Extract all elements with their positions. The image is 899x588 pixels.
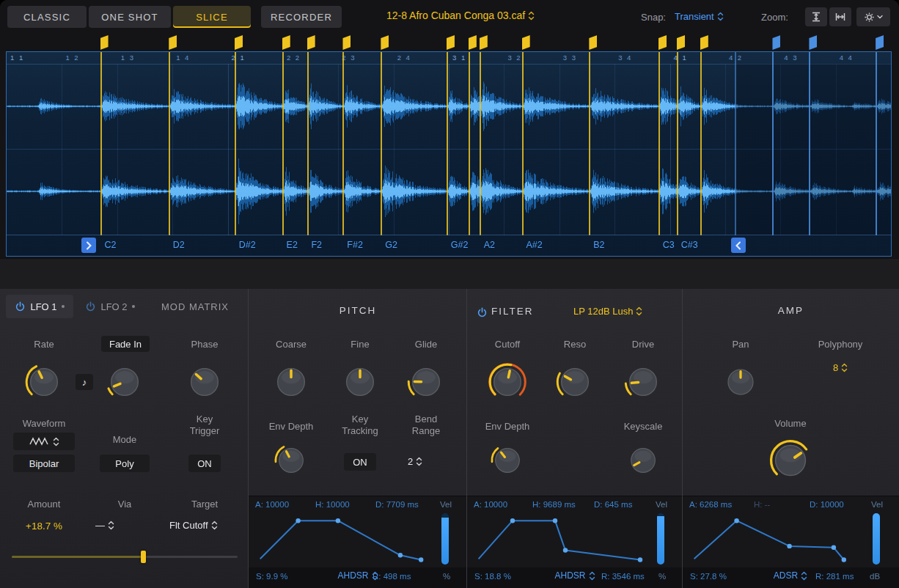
slice-marker-line[interactable] — [282, 52, 284, 235]
filter-env-hold[interactable]: H: 9689 ms — [532, 500, 576, 509]
slice-marker-flag[interactable] — [381, 35, 389, 50]
slice-marker-line[interactable] — [235, 52, 236, 235]
lfo-mode-select[interactable]: Poly — [100, 455, 150, 472]
glide-knob[interactable] — [406, 362, 446, 402]
slice-marker-line[interactable] — [307, 52, 309, 235]
tab-mod-matrix[interactable]: MOD MATRIX — [147, 295, 243, 318]
filter-type-select[interactable]: LP 12dB Lush — [573, 306, 676, 317]
slice-marker-flag[interactable] — [235, 35, 243, 50]
slice-marker-flag[interactable] — [447, 35, 455, 50]
filter-power-button[interactable] — [477, 307, 488, 318]
filter-env-decay[interactable]: D: 645 ms — [594, 500, 632, 509]
slice-marker-line[interactable] — [809, 52, 810, 235]
slice-marker-line[interactable] — [447, 52, 448, 235]
amp-env-decay[interactable]: D: 10000 — [810, 500, 844, 509]
pitch-env-hold[interactable]: H: 10000 — [315, 500, 350, 509]
bend-range-select[interactable]: 2 — [408, 456, 444, 467]
drive-knob[interactable] — [623, 362, 663, 402]
cutoff-knob[interactable] — [488, 362, 527, 402]
reso-knob[interactable] — [555, 362, 595, 402]
slice-marker-line[interactable] — [589, 52, 590, 235]
slice-marker-line[interactable] — [169, 52, 170, 235]
sample-file-menu[interactable]: 12-8 Afro Cuban Conga 03.caf — [330, 10, 591, 21]
filter-env-release[interactable]: R: 3546 ms — [601, 572, 645, 581]
amp-env-sustain[interactable]: S: 27.8 % — [690, 572, 727, 581]
selection-start-handle[interactable] — [81, 238, 96, 253]
pitch-env-sustain[interactable]: S: 9.9 % — [256, 572, 287, 581]
pitch-env-depth-knob[interactable] — [274, 443, 309, 478]
lfo-fade-mode-select[interactable]: Fade In — [101, 336, 150, 352]
lfo-key-trigger-toggle[interactable]: ON — [188, 455, 221, 472]
lfo-amount-value[interactable]: +18.7 % — [15, 521, 73, 532]
selection-end-handle[interactable] — [731, 238, 746, 253]
slice-marker-line[interactable] — [381, 52, 382, 235]
slice-marker-flag[interactable] — [100, 35, 109, 50]
slice-marker-flag[interactable] — [522, 35, 530, 50]
pitch-vel-slider[interactable] — [441, 513, 449, 565]
pitch-env-decay[interactable]: D: 7709 ms — [375, 500, 419, 509]
lfo-via-select[interactable]: — — [95, 520, 154, 531]
tab-one-shot[interactable]: ONE SHOT — [89, 6, 171, 28]
amp-env-attack[interactable]: A: 6268 ms — [689, 500, 732, 509]
pan-knob[interactable] — [722, 364, 759, 400]
slice-marker-line[interactable] — [100, 52, 102, 235]
filter-env-type-select[interactable]: AHDSR — [546, 570, 604, 581]
slice-marker-line[interactable] — [522, 52, 524, 235]
slice-marker-flag[interactable] — [307, 35, 315, 50]
lfo1-power-button[interactable] — [15, 301, 26, 312]
slice-marker-line[interactable] — [876, 52, 877, 235]
lfo-waveform-selector[interactable] — [13, 433, 75, 450]
slice-marker-flag[interactable] — [469, 35, 477, 50]
filter-env-depth-knob[interactable] — [490, 443, 525, 478]
slice-marker-flag[interactable] — [658, 35, 667, 50]
slice-marker-line[interactable] — [700, 52, 702, 235]
slice-marker-flag[interactable] — [772, 35, 780, 50]
tab-lfo2[interactable]: LFO 2 — [76, 295, 144, 318]
tab-lfo1[interactable]: LFO 1 — [6, 295, 73, 318]
fine-knob[interactable] — [340, 362, 380, 402]
lfo-fade-knob[interactable] — [105, 362, 144, 402]
filter-env-sustain[interactable]: S: 18.8 % — [474, 572, 511, 581]
lfo-amount-slider-thumb[interactable] — [141, 551, 146, 563]
slice-marker-flag[interactable] — [809, 35, 817, 50]
amp-env-hold[interactable]: H: -- — [754, 500, 770, 509]
slice-marker-flag[interactable] — [700, 35, 708, 50]
tab-classic[interactable]: CLASSIC — [7, 6, 87, 28]
amp-vel-slider[interactable] — [873, 513, 880, 565]
slice-marker-line[interactable] — [469, 52, 470, 235]
slice-marker-flag[interactable] — [589, 35, 597, 50]
lfo2-power-button[interactable] — [85, 301, 96, 312]
action-menu-button[interactable] — [856, 7, 890, 26]
selection-end-line[interactable] — [735, 52, 736, 235]
slice-marker-flag[interactable] — [342, 35, 351, 50]
coarse-knob[interactable] — [271, 362, 311, 402]
slice-marker-flag[interactable] — [282, 35, 290, 50]
zoom-vertical-button[interactable] — [805, 7, 827, 26]
slice-marker-line[interactable] — [342, 52, 344, 235]
slice-marker-line[interactable] — [772, 52, 774, 235]
pitch-env-attack[interactable]: A: 10000 — [255, 500, 289, 509]
tab-slice[interactable]: SLICE — [173, 6, 251, 28]
volume-knob[interactable] — [768, 438, 812, 482]
filter-vel-slider[interactable] — [657, 513, 664, 565]
keyscale-knob[interactable] — [625, 443, 661, 478]
snap-select[interactable]: Transient — [675, 11, 724, 22]
slice-marker-flag[interactable] — [677, 35, 685, 50]
slice-marker-line[interactable] — [658, 52, 660, 235]
lfo-rate-sync-button[interactable]: ♪ — [76, 374, 93, 390]
polyphony-select[interactable]: 8 — [826, 362, 855, 373]
lfo-rate-knob[interactable] — [24, 362, 64, 402]
zoom-horizontal-button[interactable] — [829, 7, 851, 26]
amp-envelope-graph[interactable] — [688, 513, 864, 565]
amp-env-release[interactable]: R: 281 ms — [815, 572, 854, 581]
lfo-target-select[interactable]: Flt Cutoff — [169, 520, 240, 531]
slice-marker-flag[interactable] — [480, 35, 488, 50]
lfo-polarity-select[interactable]: Bipolar — [13, 455, 75, 472]
slice-marker-line[interactable] — [677, 52, 678, 235]
pitch-env-release[interactable]: R: 498 ms — [373, 572, 411, 581]
key-tracking-toggle[interactable]: ON — [344, 453, 376, 471]
amp-env-type-select[interactable]: ADSR — [761, 570, 820, 581]
filter-env-attack[interactable]: A: 10000 — [474, 500, 507, 509]
slice-marker-flag[interactable] — [169, 35, 177, 50]
slice-marker-flag[interactable] — [876, 35, 884, 50]
